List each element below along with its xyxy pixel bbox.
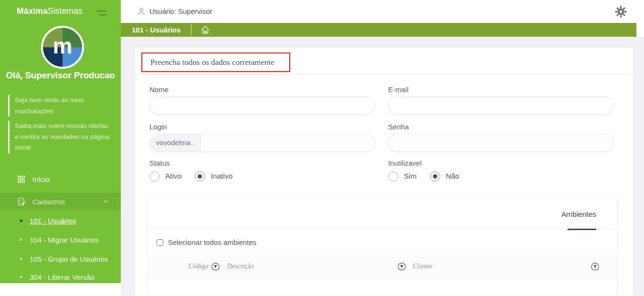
sidebar-item-101-usuarios[interactable]: 101 - Usuários xyxy=(0,214,121,227)
brand-logo-text: MáximaSistemas xyxy=(17,6,83,16)
sidebar-item-label: 105 - Grupo de Usuários xyxy=(30,255,108,263)
form-alert-highlight: Preencha todos os dados corretamente xyxy=(141,53,290,72)
sidebar-item-105-grupo-de-usuarios[interactable]: 105 - Grupo de Usuários xyxy=(0,253,121,265)
bullet-icon xyxy=(20,220,22,222)
select-all-row: Selecionar todos ambientes xyxy=(157,238,256,246)
sidebar-item-label: 304 - Liberar Versão xyxy=(30,273,95,281)
sidebar-item-inicio[interactable]: Início xyxy=(0,172,121,186)
filter-icon[interactable] xyxy=(591,263,599,271)
settings-gear-icon[interactable] xyxy=(614,5,627,18)
column-header-descricao: Descrição xyxy=(227,254,254,278)
nome-field[interactable] xyxy=(149,96,375,115)
select-all-label: Selecionar todos ambientes xyxy=(168,238,256,246)
current-user-label: Usuário: Supervisor xyxy=(149,0,212,23)
sidebar-item-label: 101 - Usuários xyxy=(30,217,76,225)
login-prefix: vovodelma . xyxy=(150,134,201,151)
senha-label: Senha xyxy=(388,123,409,131)
login-field[interactable]: vovodelma . xyxy=(149,134,375,152)
sidebar-item-label: Início xyxy=(32,175,50,183)
status-option-inativo[interactable]: Inativo xyxy=(195,171,232,181)
ambientes-table-header: Código Descrição Cliente xyxy=(148,254,617,278)
sidebar-item-label: 104 - Migrar Usuários xyxy=(30,236,98,244)
sidebar-item-label: Cadastros xyxy=(32,198,65,206)
logo-letter: m xyxy=(53,35,73,57)
sidebar-item-304-liberar-versao[interactable]: 304 - Liberar Versão xyxy=(0,271,121,283)
breadcrumb-divider xyxy=(191,24,191,35)
tab-divider xyxy=(148,229,617,229)
top-bar: Usuário: Supervisor xyxy=(121,0,644,23)
senha-input[interactable] xyxy=(395,134,605,151)
radio-selected-icon xyxy=(430,171,440,181)
radio-label: Sim xyxy=(404,172,417,180)
sidebar: MáximaSistemas m Olá, Supervisor Produca… xyxy=(0,0,121,283)
status-option-ativo[interactable]: Ativo xyxy=(149,171,181,181)
radio-icon xyxy=(388,171,398,181)
filter-icon[interactable] xyxy=(211,263,220,271)
hamburger-menu-icon[interactable] xyxy=(97,11,106,18)
inutilizavel-label: Inutilizavel xyxy=(388,159,422,167)
company-logo: m xyxy=(41,26,84,69)
breadcrumb-bar: 101 - Usuários xyxy=(121,23,636,37)
grid-icon xyxy=(17,175,25,183)
email-label: E-mail xyxy=(388,85,409,94)
home-icon[interactable] xyxy=(200,25,211,35)
sidebar-greeting: Olá, Supervisor Producao xyxy=(0,70,121,81)
status-label: Status xyxy=(149,159,170,167)
sidebar-item-104-migrar-usuarios[interactable]: 104 - Migrar Usuários xyxy=(0,233,121,246)
nome-input[interactable] xyxy=(157,97,367,114)
ambientes-card: Ambientes Selecionar todos ambientes Cód… xyxy=(148,197,617,296)
user-form-card: Preencha todos os dados corretamente Nom… xyxy=(135,48,633,296)
sidebar-notice-news: Saiba mais sobre nossas ofertas e confir… xyxy=(8,121,112,153)
select-all-checkbox[interactable] xyxy=(157,239,163,246)
radio-label: Inativo xyxy=(211,172,232,180)
column-header-cliente: Cliente xyxy=(413,254,432,278)
login-label: Login xyxy=(149,123,167,131)
bullet-icon xyxy=(20,258,22,260)
card-divider xyxy=(135,74,633,74)
nome-label: Nome xyxy=(149,85,169,94)
sidebar-notice-welcome: Seja bem vindo ao novo maxSoluções xyxy=(8,95,112,116)
form-alert-message: Preencha todos os dados corretamente xyxy=(150,58,274,67)
senha-field[interactable] xyxy=(388,134,613,152)
bullet-icon xyxy=(20,276,22,278)
inutilizavel-option-sim[interactable]: Sim xyxy=(388,171,417,181)
inutilizavel-option-nao[interactable]: Não xyxy=(430,171,459,181)
radio-label: Não xyxy=(446,172,459,180)
radio-selected-icon xyxy=(195,171,205,181)
email-input[interactable] xyxy=(395,97,605,114)
bullet-icon xyxy=(20,239,22,241)
app-window: MáximaSistemas m Olá, Supervisor Produca… xyxy=(0,0,644,296)
inutilizavel-radio-group: Sim Não xyxy=(388,170,473,182)
radio-label: Ativo xyxy=(165,172,181,180)
brand-bold: Máxima xyxy=(17,6,48,16)
column-header-codigo: Código xyxy=(189,254,208,278)
radio-icon xyxy=(149,171,159,181)
sidebar-item-cadastros[interactable]: Cadastros xyxy=(0,193,121,210)
chevron-down-icon xyxy=(104,200,108,203)
filter-icon[interactable] xyxy=(398,263,406,271)
breadcrumb-title: 101 - Usuários xyxy=(132,23,181,37)
user-icon xyxy=(137,7,146,16)
tab-ambientes[interactable]: Ambientes xyxy=(561,210,596,219)
status-radio-group: Ativo Inativo xyxy=(149,170,246,182)
main-content-area: Preencha todos os dados corretamente Nom… xyxy=(121,37,644,296)
login-input[interactable] xyxy=(207,134,367,151)
checklist-icon xyxy=(17,197,26,206)
active-tab-indicator xyxy=(568,229,596,230)
email-field[interactable] xyxy=(388,96,613,115)
brand-regular: Sistemas xyxy=(48,6,83,16)
